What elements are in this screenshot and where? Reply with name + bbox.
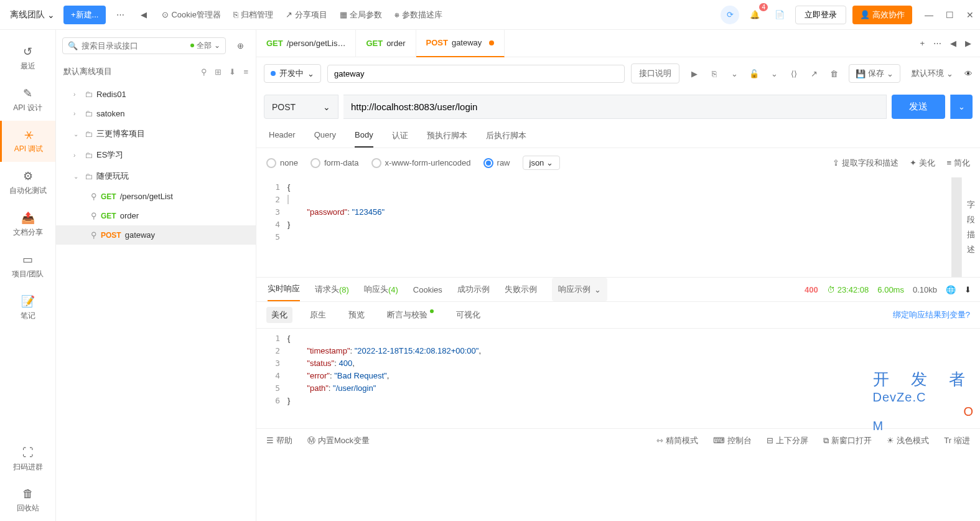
trash-icon[interactable]: 🗑 — [825, 65, 842, 82]
mock-vars[interactable]: Ⓜ 内置Mock变量 — [307, 435, 370, 446]
tab-order[interactable]: GETorder — [356, 30, 416, 57]
tab-gateway[interactable]: POSTgateway — [416, 30, 505, 57]
env-selector[interactable]: 默认环境⌄ — [907, 68, 958, 79]
download-icon[interactable]: ⬇ — [229, 67, 236, 77]
archive-manage[interactable]: ⎘归档管理 — [230, 9, 277, 21]
api-getlist[interactable]: ⚲GET/person/getList — [56, 187, 256, 206]
nav-notes[interactable]: 📝笔记 — [0, 287, 55, 329]
nav-scan[interactable]: ⛶扫码进群 — [0, 439, 55, 480]
folder-es[interactable]: ›🗀ES学习 — [56, 144, 256, 166]
search-input-box[interactable]: 🔍 全部 ⌄ — [62, 37, 226, 54]
collab-button[interactable]: 👤高效协作 — [852, 6, 912, 24]
folder-play[interactable]: ⌄🗀随便玩玩 — [56, 166, 256, 187]
request-body-editor[interactable]: { "password": "123456" } — [287, 177, 951, 277]
maximize-icon[interactable]: ☐ — [946, 10, 954, 20]
nav-api-design[interactable]: ✎API 设计 — [0, 79, 55, 121]
nav-recent[interactable]: ↺最近 — [0, 37, 55, 79]
nav-recycle[interactable]: 🗑回收站 — [0, 480, 55, 521]
nav-auto-test[interactable]: ⚙自动化测试 — [0, 162, 55, 204]
desc-button[interactable]: 接口说明 — [631, 63, 679, 83]
locate-icon[interactable]: ⊕ — [231, 36, 250, 55]
folder-satoken[interactable]: ›🗀satoken — [56, 104, 256, 123]
back-icon[interactable]: ◀ — [134, 6, 153, 24]
search-input[interactable] — [82, 41, 187, 50]
tool-visual[interactable]: 可视化 — [451, 307, 485, 323]
new-button[interactable]: +新建... — [63, 6, 106, 24]
nav-proj-team[interactable]: ▭项目/团队 — [0, 245, 55, 287]
tool-beautify[interactable]: 美化 — [266, 307, 292, 323]
code-icon[interactable]: ⟨⟩ — [785, 65, 803, 82]
tool-preview[interactable]: 预览 — [343, 307, 370, 323]
close-icon[interactable]: ✕ — [966, 10, 974, 20]
resp-tab-fail[interactable]: 失败示例 — [505, 278, 537, 301]
split-view[interactable]: ⊟ 上下分屏 — [767, 435, 808, 446]
bind-variable-link[interactable]: 绑定响应结果到变量? — [893, 309, 970, 321]
resp-tab-success[interactable]: 成功示例 — [457, 278, 490, 301]
sort-icon[interactable]: ≡ — [243, 67, 248, 77]
radio-formdata[interactable]: form-data — [310, 158, 359, 168]
tab-postscript[interactable]: 后执行脚本 — [486, 124, 526, 148]
folder-blog[interactable]: ⌄🗀三更博客项目 — [56, 123, 256, 144]
tab-prescript[interactable]: 预执行脚本 — [427, 124, 467, 148]
api-gateway[interactable]: ⚲POSTgateway — [56, 225, 256, 245]
api-name-input[interactable] — [327, 65, 625, 83]
resp-tab-cookies[interactable]: Cookies — [413, 278, 442, 301]
share-project[interactable]: ↗分享项目 — [282, 9, 331, 21]
play-icon[interactable]: ▶ — [686, 65, 703, 82]
simplify-button[interactable]: ≡ 简化 — [946, 157, 970, 169]
resp-sample-selector[interactable]: 响应示例⌄ — [552, 278, 607, 301]
api-order[interactable]: ⚲GETorder — [56, 206, 256, 225]
new-window[interactable]: ⧉ 新窗口打开 — [823, 435, 872, 446]
tab-query[interactable]: Query — [314, 124, 336, 148]
download-icon[interactable]: ⬇ — [964, 285, 971, 294]
sync-icon[interactable]: ⟳ — [721, 6, 739, 24]
chevron-down-icon[interactable]: ⌄ — [765, 65, 783, 82]
theme-toggle[interactable]: ☀ 浅色模式 — [887, 435, 929, 446]
radio-none[interactable]: none — [266, 158, 298, 168]
prev-tab-icon[interactable]: ◀ — [950, 39, 956, 48]
eye-icon[interactable]: 👁 — [964, 69, 973, 78]
login-button[interactable]: 立即登录 — [795, 6, 846, 24]
console-toggle[interactable]: ⌨ 控制台 — [713, 435, 752, 446]
extract-button[interactable]: ⇪ 提取字段和描述 — [833, 157, 898, 169]
tab-header[interactable]: Header — [269, 124, 296, 148]
resp-tab-respheaders[interactable]: 响应头(4) — [364, 278, 398, 301]
next-tab-icon[interactable]: ▶ — [965, 39, 971, 48]
tab-auth[interactable]: 认证 — [392, 124, 408, 148]
minimap[interactable] — [951, 177, 961, 277]
resp-tab-reqheaders[interactable]: 请求头(8) — [315, 278, 349, 301]
tab-getlist[interactable]: GET/person/getLis… — [256, 30, 356, 57]
bell-icon[interactable]: 🔔 — [745, 6, 764, 24]
status-selector[interactable]: 开发中⌄ — [264, 64, 321, 83]
radio-raw[interactable]: raw — [483, 158, 510, 168]
more-icon[interactable]: ⋯ — [111, 6, 129, 24]
help-link[interactable]: ☰ 帮助 — [266, 435, 292, 446]
minimize-icon[interactable]: — — [925, 10, 933, 20]
indent-setting[interactable]: Tr缩进 — [944, 435, 970, 446]
note-icon[interactable]: 📄 — [770, 6, 789, 24]
link-icon[interactable]: ⚲ — [201, 67, 207, 77]
method-selector[interactable]: POST⌄ — [264, 95, 338, 119]
globe-icon[interactable]: 🌐 — [946, 285, 956, 294]
more-tabs-icon[interactable]: ⋯ — [933, 39, 941, 48]
beautify-button[interactable]: ✦ 美化 — [910, 157, 935, 169]
copy-icon[interactable]: ⎘ — [706, 65, 723, 82]
global-params[interactable]: ▦全局参数 — [336, 9, 386, 21]
send-dropdown[interactable]: ⌄ — [950, 95, 973, 119]
tool-assert[interactable]: 断言与校验 — [382, 307, 439, 323]
chevron-down-icon[interactable]: ⌄ — [726, 65, 743, 82]
tab-body[interactable]: Body — [355, 124, 373, 148]
add-tab-icon[interactable]: + — [920, 39, 925, 48]
tool-raw[interactable]: 原生 — [305, 307, 331, 323]
field-desc-toggle[interactable]: 字段描述 — [961, 177, 980, 277]
resp-tab-realtime[interactable]: 实时响应 — [268, 278, 300, 301]
cookie-manager[interactable]: ⊙Cookie管理器 — [158, 9, 224, 21]
folder-plus-icon[interactable]: ⊞ — [215, 67, 222, 77]
send-button[interactable]: 发送 — [892, 95, 945, 119]
lock-icon[interactable]: 🔓 — [745, 65, 763, 82]
compact-mode[interactable]: ⇿ 精简模式 — [656, 435, 698, 446]
nav-api-debug[interactable]: ⚹API 调试 — [0, 121, 55, 162]
nav-doc-share[interactable]: 📤文档分享 — [0, 204, 55, 245]
raw-type-selector[interactable]: json⌄ — [523, 156, 561, 170]
radio-urlencoded[interactable]: x-www-form-urlencoded — [371, 158, 471, 168]
